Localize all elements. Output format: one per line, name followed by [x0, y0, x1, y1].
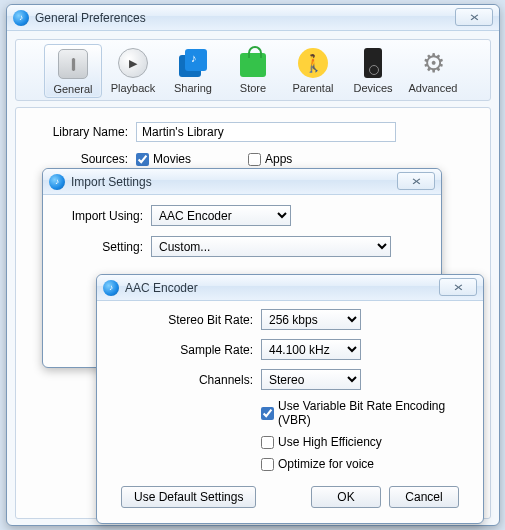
parental-icon — [298, 48, 328, 78]
he-checkbox[interactable] — [261, 436, 274, 449]
titlebar[interactable]: AAC Encoder — [97, 275, 483, 301]
bitrate-select[interactable]: 256 kbps — [261, 309, 361, 330]
playback-icon — [118, 48, 148, 78]
advanced-icon — [422, 48, 445, 79]
source-movies[interactable]: Movies — [136, 152, 248, 166]
tab-label: General — [53, 83, 92, 95]
channels-select[interactable]: Stereo — [261, 369, 361, 390]
sources-label: Sources: — [34, 152, 136, 166]
bitrate-label: Stereo Bit Rate: — [111, 313, 261, 327]
he-label: Use High Efficiency — [278, 435, 382, 449]
window-title: General Preferences — [35, 11, 146, 25]
setting-select[interactable]: Custom... — [151, 236, 391, 257]
app-icon — [13, 10, 29, 26]
setting-label: Setting: — [61, 240, 151, 254]
import-using-label: Import Using: — [61, 209, 151, 223]
samplerate-label: Sample Rate: — [111, 343, 261, 357]
close-button[interactable] — [455, 8, 493, 26]
ok-button[interactable]: OK — [311, 486, 381, 508]
titlebar[interactable]: Import Settings — [43, 169, 441, 195]
vbr-checkbox[interactable] — [261, 407, 274, 420]
tab-playback[interactable]: Playback — [104, 44, 162, 98]
tab-sharing[interactable]: Sharing — [164, 44, 222, 98]
apps-checkbox[interactable] — [248, 153, 261, 166]
devices-icon — [364, 48, 382, 78]
tab-label: Advanced — [409, 82, 458, 94]
library-name-label: Library Name: — [34, 125, 136, 139]
aac-encoder-window: AAC Encoder Stereo Bit Rate: 256 kbps Sa… — [96, 274, 484, 524]
tab-advanced[interactable]: Advanced — [404, 44, 462, 98]
source-apps[interactable]: Apps — [248, 152, 297, 166]
samplerate-select[interactable]: 44.100 kHz — [261, 339, 361, 360]
vbr-label: Use Variable Bit Rate Encoding (VBR) — [278, 399, 469, 427]
window-title: Import Settings — [71, 175, 152, 189]
movies-checkbox[interactable] — [136, 153, 149, 166]
tab-store[interactable]: Store — [224, 44, 282, 98]
app-icon — [103, 280, 119, 296]
general-icon: ⏽ — [58, 49, 88, 79]
voice-checkbox[interactable] — [261, 458, 274, 471]
voice-label: Optimize for voice — [278, 457, 374, 471]
prefs-toolbar: ⏽ General Playback Sharing Store Parenta… — [15, 39, 491, 101]
tab-label: Store — [240, 82, 266, 94]
tab-label: Devices — [353, 82, 392, 94]
close-button[interactable] — [397, 172, 435, 190]
titlebar[interactable]: General Preferences — [7, 5, 499, 31]
cancel-button[interactable]: Cancel — [389, 486, 459, 508]
sharing-icon — [179, 49, 207, 77]
app-icon — [49, 174, 65, 190]
channels-label: Channels: — [111, 373, 261, 387]
use-defaults-button[interactable]: Use Default Settings — [121, 486, 256, 508]
tab-label: Playback — [111, 82, 156, 94]
tab-devices[interactable]: Devices — [344, 44, 402, 98]
window-title: AAC Encoder — [125, 281, 198, 295]
tab-label: Parental — [293, 82, 334, 94]
tab-general[interactable]: ⏽ General — [44, 44, 102, 98]
tab-parental[interactable]: Parental — [284, 44, 342, 98]
store-icon — [240, 53, 266, 77]
import-using-select[interactable]: AAC Encoder — [151, 205, 291, 226]
close-button[interactable] — [439, 278, 477, 296]
tab-label: Sharing — [174, 82, 212, 94]
library-name-input[interactable] — [136, 122, 396, 142]
